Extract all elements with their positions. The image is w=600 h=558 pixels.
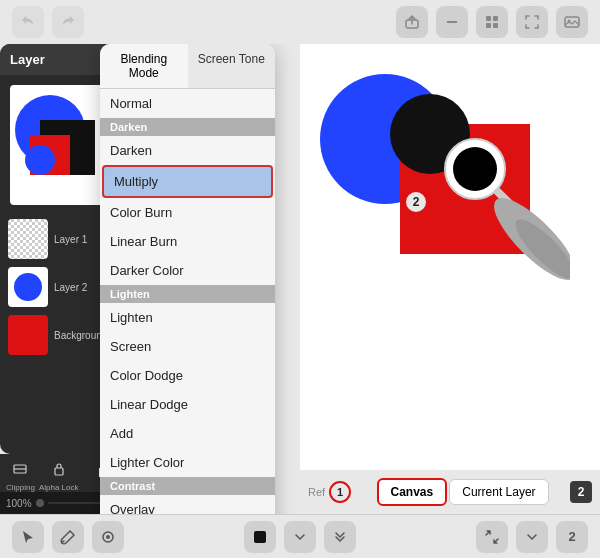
preview-blue-circle2 [25,145,55,175]
grid-button[interactable] [476,6,508,38]
image-button[interactable] [556,6,588,38]
svg-rect-1 [447,21,457,23]
svg-rect-26 [254,531,266,543]
blend-item-overlay[interactable]: Overlay [100,495,275,514]
redo-button[interactable] [52,6,84,38]
clipping-icon[interactable] [6,455,34,483]
settings-tool-button[interactable] [92,521,124,553]
global-bottom-center [244,521,356,553]
global-bottom-left [12,521,124,553]
top-bar [0,0,600,44]
down-arrow-button[interactable] [284,521,316,553]
left-panel: Layer Layer 1 Layer 2 [0,44,300,514]
section-darken: Darken [100,118,275,136]
share-button[interactable] [396,6,428,38]
blend-item-linear-burn[interactable]: Linear Burn [100,227,275,256]
down-arrow2-button[interactable] [516,521,548,553]
blend-list: Normal Darken Darken Multiply Color Burn… [100,89,275,514]
layer-thumb-blue-circle [8,267,48,307]
right-panel: 2 Ref 1 Canvas Current Layer 2 [300,44,600,514]
blend-dropdown: Blending Mode Screen Tone Normal Darken … [100,44,275,514]
layer-thumb-checker [8,219,48,259]
layer-thumb-blue-inner [14,273,42,301]
current-layer-button[interactable]: Current Layer [449,479,548,505]
step-badge-1: 1 [329,481,351,503]
undo-button[interactable] [12,6,44,38]
blend-item-screen[interactable]: Screen [100,332,275,361]
brush-tool-button[interactable] [52,521,84,553]
zoom-minus-icon[interactable] [36,499,44,507]
double-down-arrow-button[interactable] [324,521,356,553]
blend-item-darken[interactable]: Darken [100,136,275,165]
canvas-button[interactable]: Canvas [377,478,448,506]
svg-rect-3 [493,16,498,21]
fullscreen-button[interactable] [516,6,548,38]
alpha-lock-icon[interactable] [45,455,73,483]
svg-rect-2 [486,16,491,21]
blend-item-lighten[interactable]: Lighten [100,303,275,332]
top-bar-left [12,6,84,38]
clipping-control: Clipping [6,455,35,492]
blend-item-color-dodge[interactable]: Color Dodge [100,361,275,390]
step-badge-2: 2 [403,189,429,215]
ref-area: Ref 1 [308,481,355,503]
blend-item-color-burn[interactable]: Color Burn [100,198,275,227]
global-bottom-right: 2 [476,521,588,553]
svg-point-20 [453,147,497,191]
color-fill-button[interactable] [244,521,276,553]
svg-point-25 [106,535,110,539]
svg-rect-5 [493,23,498,28]
blend-item-lighter-color[interactable]: Lighter Color [100,448,275,477]
blend-tabs: Blending Mode Screen Tone [100,44,275,89]
layer-label-2: Layer 2 [54,282,87,293]
clipping-label: Clipping [6,483,35,492]
blend-item-add[interactable]: Add [100,419,275,448]
right-bottom-bar: Ref 1 Canvas Current Layer 2 [300,470,600,514]
layer-label-1: Layer 1 [54,234,87,245]
svg-rect-6 [565,17,579,27]
layer-number: 2 [570,481,592,503]
number-2-button[interactable]: 2 [556,521,588,553]
blend-item-darker-color[interactable]: Darker Color [100,256,275,285]
svg-rect-4 [486,23,491,28]
section-lighten: Lighten [100,285,275,303]
hand-gesture-svg [430,124,570,304]
zoom-level: 100% [6,498,32,509]
global-bottom-bar: 2 [0,514,600,558]
tab-screen-tone[interactable]: Screen Tone [188,44,276,88]
section-contrast: Contrast [100,477,275,495]
canvas-area: 2 Ref 1 Canvas Current Layer 2 [300,44,600,514]
main-area: Layer Layer 1 Layer 2 [0,44,600,514]
minus-button[interactable] [436,6,468,38]
alpha-lock-label: Alpha Lock [39,483,79,492]
top-bar-right [396,6,588,38]
tab-blending-mode[interactable]: Blending Mode [100,44,188,88]
alpha-lock-control: Alpha Lock [39,455,79,492]
transform-button[interactable] [476,521,508,553]
cursor-tool-button[interactable] [12,521,44,553]
blend-item-multiply[interactable]: Multiply [102,165,273,198]
layer-thumb-red [8,315,48,355]
layer-panel-title: Layer [10,52,45,67]
ref-label: Ref [308,486,325,498]
blend-item-linear-dodge[interactable]: Linear Dodge [100,390,275,419]
blend-item-normal[interactable]: Normal [100,89,275,118]
canvas-btn-group: Canvas Current Layer [377,478,549,506]
svg-rect-10 [55,468,63,475]
